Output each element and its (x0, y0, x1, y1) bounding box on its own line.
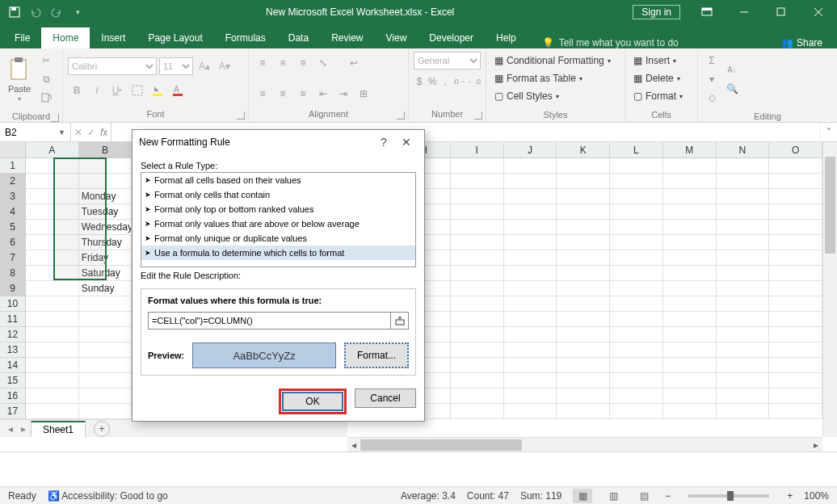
cell[interactable] (663, 235, 717, 250)
cell[interactable] (79, 296, 132, 312)
row-header[interactable]: 17 (0, 404, 25, 419)
cell[interactable]: Wednesday (79, 220, 132, 235)
cell[interactable]: Friday (79, 250, 132, 266)
cell[interactable] (717, 189, 770, 204)
name-box[interactable]: B2▼ (0, 123, 71, 141)
cell[interactable] (717, 404, 770, 419)
italic-icon[interactable]: I (88, 82, 106, 99)
cell[interactable] (769, 220, 822, 235)
borders-icon[interactable] (128, 82, 146, 99)
cell[interactable] (79, 174, 132, 189)
column-header[interactable]: I (451, 142, 504, 158)
font-launcher-icon[interactable] (237, 111, 245, 120)
format-button[interactable]: Format... (344, 342, 409, 368)
zoom-in-button[interactable]: + (787, 490, 793, 502)
cell[interactable] (79, 373, 132, 388)
cell[interactable] (610, 296, 663, 312)
cell[interactable] (451, 373, 504, 388)
tab-file[interactable]: File (3, 27, 41, 48)
cell[interactable] (504, 358, 557, 373)
cell[interactable] (504, 404, 557, 419)
cell[interactable] (717, 281, 770, 296)
cell[interactable] (451, 312, 504, 327)
number-launcher-icon[interactable] (474, 111, 482, 120)
cell[interactable] (610, 342, 663, 358)
cell[interactable] (504, 281, 557, 296)
cell[interactable] (769, 204, 822, 220)
cell[interactable] (663, 404, 717, 419)
cell[interactable] (769, 404, 822, 419)
cell[interactable] (769, 281, 822, 296)
cell[interactable] (26, 358, 79, 373)
cell[interactable] (717, 220, 770, 235)
cell[interactable] (504, 342, 557, 358)
cell[interactable] (451, 158, 504, 174)
sheet-nav-next-icon[interactable]: ▸ (18, 423, 29, 435)
cell[interactable]: Sunday (79, 281, 132, 296)
align-bottom-icon[interactable]: ≡ (294, 54, 312, 72)
cell[interactable] (26, 266, 79, 281)
cell[interactable] (769, 358, 822, 373)
align-center-icon[interactable]: ≡ (274, 85, 292, 103)
row-header[interactable]: 4 (0, 204, 25, 220)
cell[interactable] (26, 204, 79, 220)
cell[interactable] (610, 312, 663, 327)
cell[interactable] (663, 373, 717, 388)
cell[interactable] (451, 250, 504, 266)
cell[interactable] (451, 342, 504, 358)
cell[interactable] (717, 312, 770, 327)
font-name-select[interactable]: Calibri (68, 57, 157, 75)
cell[interactable] (451, 358, 504, 373)
rule-type-item[interactable]: ➤ Use a formula to determine which cells… (141, 246, 415, 260)
cancel-formula-icon[interactable]: ✕ (74, 127, 82, 138)
row-header[interactable]: 5 (0, 220, 25, 235)
cell[interactable] (717, 174, 770, 189)
cell[interactable] (663, 220, 717, 235)
cell[interactable] (717, 250, 770, 266)
sign-in-button[interactable]: Sign in (633, 5, 680, 19)
save-icon[interactable] (5, 2, 24, 22)
cell[interactable] (557, 266, 610, 281)
cell[interactable] (504, 189, 557, 204)
cell[interactable]: Monday (79, 189, 132, 204)
accounting-format-icon[interactable]: $ (414, 73, 425, 90)
cell[interactable] (79, 342, 132, 358)
minimize-icon[interactable] (726, 0, 763, 24)
font-color-icon[interactable]: A (169, 82, 187, 99)
cell[interactable]: Tuesday (79, 204, 132, 220)
cell[interactable] (504, 266, 557, 281)
cell[interactable] (504, 312, 557, 327)
row-header[interactable]: 3 (0, 189, 25, 204)
cell[interactable] (610, 388, 663, 404)
cell[interactable] (557, 281, 610, 296)
cell[interactable] (557, 312, 610, 327)
cell[interactable] (610, 266, 663, 281)
cell[interactable] (451, 404, 504, 419)
cell[interactable] (663, 312, 717, 327)
cell[interactable] (557, 189, 610, 204)
expand-formula-bar-icon[interactable]: ˅ (819, 123, 837, 141)
cell[interactable] (610, 281, 663, 296)
share-button[interactable]: 👥 Share (770, 37, 834, 48)
cell[interactable] (557, 235, 610, 250)
row-header[interactable]: 14 (0, 358, 25, 373)
cell[interactable] (717, 358, 770, 373)
range-picker-icon[interactable] (390, 313, 408, 329)
cell[interactable] (26, 174, 79, 189)
tab-insert[interactable]: Insert (90, 27, 137, 48)
cell[interactable] (26, 220, 79, 235)
cell[interactable] (557, 204, 610, 220)
tab-view[interactable]: View (375, 27, 418, 48)
row-header[interactable]: 11 (0, 312, 25, 327)
enter-formula-icon[interactable]: ✓ (87, 127, 95, 138)
cell[interactable] (451, 220, 504, 235)
ok-button[interactable]: OK (282, 392, 343, 411)
cell[interactable] (26, 373, 79, 388)
insert-cells-button[interactable]: ▦Insert▾ (630, 52, 679, 69)
underline-icon[interactable]: U▾ (108, 82, 126, 99)
cell[interactable] (504, 327, 557, 342)
cell[interactable] (769, 189, 822, 204)
cell[interactable] (451, 281, 504, 296)
cell[interactable] (557, 220, 610, 235)
format-as-table-button[interactable]: ▦Format as Table▾ (491, 69, 586, 87)
